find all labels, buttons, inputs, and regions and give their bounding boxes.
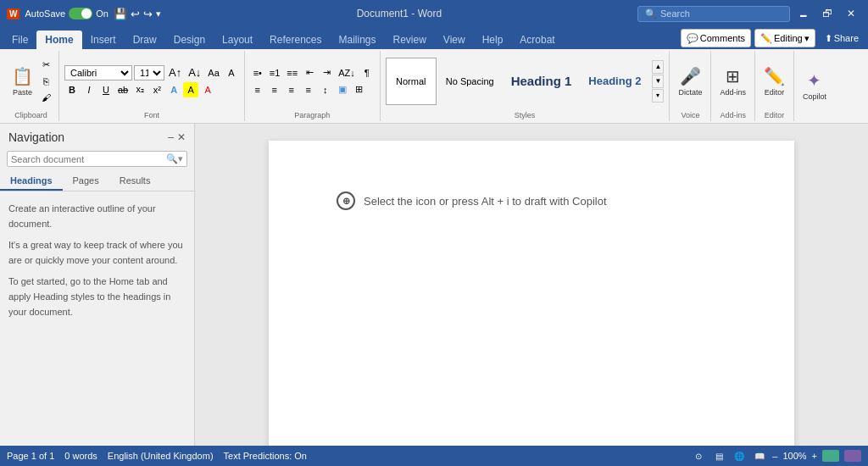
subscript-button[interactable]: x₂ (132, 82, 147, 97)
underline-button[interactable]: U (98, 82, 114, 97)
font-color-button[interactable]: A (200, 82, 215, 97)
comments-button[interactable]: 💬 Comments (681, 29, 751, 47)
align-center-button[interactable]: ≡ (267, 82, 282, 97)
paragraph-row1: ≡• ≡1 ≡≡ ⇤ ⇥ AZ↓ ¶ (250, 65, 375, 80)
copilot-button[interactable]: ✦ Copilot (799, 62, 830, 109)
font-size-select[interactable]: 11 (134, 65, 164, 80)
paste-button[interactable]: 📋 Paste (8, 58, 36, 105)
web-layout-button[interactable]: 🌐 (732, 448, 747, 463)
style-no-spacing[interactable]: No Spacing (438, 58, 502, 105)
numbering-button[interactable]: ≡1 (267, 65, 283, 80)
decrease-indent-button[interactable]: ⇤ (302, 65, 317, 80)
nav-collapse-button[interactable]: – (168, 131, 174, 143)
title-search[interactable]: 🔍 Search (637, 6, 790, 22)
multilevel-button[interactable]: ≡≡ (284, 65, 300, 80)
font-grow-button[interactable]: A↑ (166, 65, 184, 80)
highlight-button[interactable]: A (183, 82, 198, 97)
voice-label: Voice (681, 111, 699, 119)
clear-format-button[interactable]: A (224, 65, 239, 80)
align-left-button[interactable]: ≡ (250, 82, 265, 97)
addins-label: Add-ins (720, 88, 746, 97)
tab-insert[interactable]: Insert (82, 31, 125, 49)
style-heading2[interactable]: Heading 2 (581, 58, 648, 105)
font-shrink-button[interactable]: A↓ (186, 65, 203, 80)
tab-design[interactable]: Design (165, 31, 214, 49)
font-family-select[interactable]: Calibri (64, 65, 132, 80)
save-icon[interactable]: 💾 (114, 8, 127, 20)
font-case-button[interactable]: Aa (205, 65, 221, 80)
bullets-button[interactable]: ≡• (250, 65, 265, 80)
styles-expand[interactable]: ▾ (652, 89, 664, 103)
autosave-switch[interactable] (69, 8, 92, 19)
nav-tab-results[interactable]: Results (109, 172, 161, 191)
word-logo: W (7, 8, 19, 19)
share-button[interactable]: ⬆ Share (819, 29, 865, 47)
nav-tab-headings[interactable]: Headings (0, 172, 63, 191)
tab-acrobat[interactable]: Acrobat (511, 31, 563, 49)
paragraph-label: Paragraph (294, 111, 330, 119)
editor-button[interactable]: ✏️ Editor (760, 58, 788, 105)
styles-scroll-up[interactable]: ▲ (652, 60, 664, 74)
align-right-button[interactable]: ≡ (284, 82, 299, 97)
nav-search-bar[interactable]: 🔍▾ (7, 151, 187, 167)
superscript-button[interactable]: x² (149, 82, 164, 97)
nav-close-button[interactable]: ✕ (177, 131, 186, 143)
page-info: Page 1 of 1 (7, 451, 54, 461)
styles-scroll-down[interactable]: ▼ (652, 75, 664, 88)
justify-button[interactable]: ≡ (301, 82, 316, 97)
restore-button[interactable]: 🗗 (817, 3, 837, 24)
tab-help[interactable]: Help (474, 31, 512, 49)
undo-icon[interactable]: ↩ (131, 8, 140, 20)
tab-layout[interactable]: Layout (214, 31, 261, 49)
copilot-status-icon[interactable] (844, 450, 861, 462)
read-mode-button[interactable]: 📖 (752, 448, 767, 463)
line-spacing-button[interactable]: ↕ (318, 82, 333, 97)
show-marks-button[interactable]: ¶ (359, 65, 375, 80)
addins-button[interactable]: ⊞ Add-ins (716, 58, 749, 105)
editing-dropdown-icon: ▾ (804, 33, 810, 44)
close-button[interactable]: ✕ (841, 3, 861, 24)
redo-icon[interactable]: ↪ (143, 8, 153, 20)
tab-references[interactable]: References (261, 31, 330, 49)
style-normal[interactable]: Normal (386, 58, 437, 105)
accessibility-icon[interactable] (822, 450, 839, 462)
ribbon-tab-bar: File Home Insert Draw Design Layout Refe… (0, 27, 868, 49)
autosave-toggle[interactable]: AutoSave On (25, 8, 108, 19)
dictate-button[interactable]: 🎤 Dictate (675, 58, 705, 105)
document-page[interactable]: ⊕ Select the icon or press Alt + i to dr… (269, 141, 794, 446)
focus-button[interactable]: ⊙ (691, 448, 706, 463)
sort-button[interactable]: AZ↓ (336, 65, 358, 80)
editing-button[interactable]: ✏️ Editing ▾ (754, 29, 815, 47)
document-area[interactable]: ⊕ Select the icon or press Alt + i to dr… (195, 124, 868, 446)
autosave-state: On (96, 8, 108, 19)
zoom-in-button[interactable]: + (812, 451, 817, 461)
nav-search-icon[interactable]: 🔍▾ (166, 153, 183, 164)
text-effects-button[interactable]: A (166, 82, 181, 97)
bold-button[interactable]: B (64, 82, 80, 97)
editor-label: Editor (765, 88, 785, 97)
nav-search-input[interactable] (11, 154, 166, 164)
shading-button[interactable]: ▣ (335, 82, 350, 97)
tab-view[interactable]: View (435, 31, 474, 49)
tab-draw[interactable]: Draw (125, 31, 165, 49)
tab-review[interactable]: Review (385, 31, 435, 49)
minimize-button[interactable]: 🗕 (793, 3, 814, 24)
italic-button[interactable]: I (81, 82, 97, 97)
search-placeholder: Search (660, 8, 690, 19)
increase-indent-button[interactable]: ⇥ (319, 65, 334, 80)
format-painter-button[interactable]: 🖌 (38, 90, 53, 105)
cut-button[interactable]: ✂ (38, 58, 53, 73)
more-icon[interactable]: ▾ (156, 8, 161, 19)
tab-mailings[interactable]: Mailings (330, 31, 384, 49)
style-heading1[interactable]: Heading 1 (504, 58, 580, 105)
tab-file[interactable]: File (3, 31, 36, 49)
zoom-out-button[interactable]: – (772, 451, 777, 461)
paste-area: 📋 Paste (8, 58, 36, 105)
copy-button[interactable]: ⎘ (38, 74, 53, 89)
print-layout-button[interactable]: ▤ (711, 448, 726, 463)
tab-home[interactable]: Home (36, 31, 81, 49)
strikethrough-button[interactable]: ab (115, 82, 131, 97)
nav-tab-pages[interactable]: Pages (63, 172, 109, 191)
document-title: Document1 - Word (357, 8, 442, 19)
borders-button[interactable]: ⊞ (352, 82, 367, 97)
